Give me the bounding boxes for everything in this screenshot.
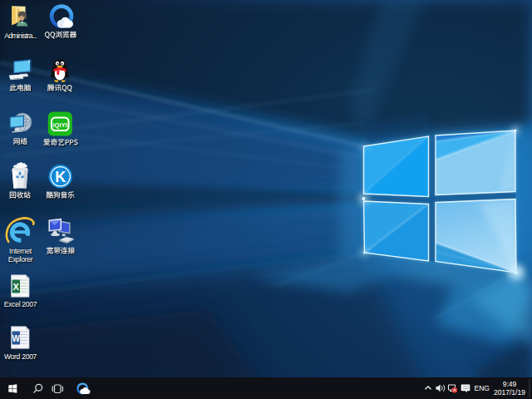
svg-text:K: K xyxy=(55,169,66,185)
svg-text:W: W xyxy=(12,334,20,343)
svg-text:2017/1/19: 2017/1/19 xyxy=(494,388,525,397)
svg-text:X: X xyxy=(13,282,20,292)
svg-text:iQIYI: iQIYI xyxy=(53,121,67,129)
svg-text:ENG: ENG xyxy=(475,384,490,392)
svg-text:9:49: 9:49 xyxy=(503,380,517,388)
